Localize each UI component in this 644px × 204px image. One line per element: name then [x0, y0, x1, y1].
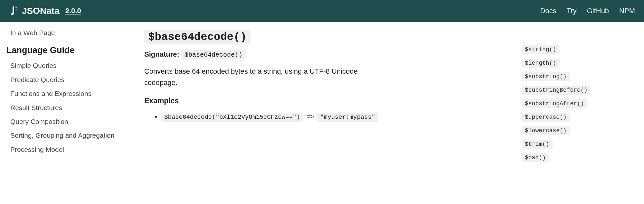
brand-logo[interactable]: JSONata	[9, 5, 60, 17]
sidebar-item[interactable]: Simple Queries	[6, 59, 129, 72]
example-item: $base64decode("bXl1c2VyOm15cGFzcw==") =>…	[161, 111, 499, 122]
main-content: $base64decode() Signature: $base64decode…	[129, 22, 515, 204]
sidebar-item[interactable]: Functions and Expressions	[6, 87, 129, 100]
nav-docs[interactable]: Docs	[540, 7, 556, 15]
sidebar: In a Web Page Language Guide Simple Quer…	[0, 22, 129, 204]
toc-item[interactable]: $pad()	[522, 153, 549, 162]
examples-heading: Examples	[144, 97, 499, 105]
brand-name: JSONata	[22, 6, 60, 16]
toc-item[interactable]: $length()	[522, 59, 559, 68]
toc-item[interactable]: $substring()	[522, 72, 570, 81]
example-call: $base64decode("bXl1c2VyOm15cGFzcw==")	[161, 113, 303, 122]
example-list: $base64decode("bXl1c2VyOm15cGFzcw==") =>…	[144, 111, 499, 122]
toc-item[interactable]: $substringAfter()	[522, 99, 587, 108]
sidebar-item[interactable]: Result Structures	[6, 101, 129, 115]
sidebar-item[interactable]: Predicate Queries	[6, 73, 129, 87]
example-result: "myuser:mypass"	[317, 113, 378, 122]
example-arrow: =>	[305, 113, 315, 120]
signature-label: Signature:	[144, 50, 179, 58]
toc-item[interactable]: $string()	[522, 45, 559, 54]
table-of-contents: $string() $length() $substring() $substr…	[515, 22, 644, 204]
version-link[interactable]: 2.0.0	[65, 7, 81, 15]
sidebar-item[interactable]: Processing Model	[6, 143, 129, 156]
function-title-wrap: $base64decode()	[144, 30, 499, 50]
page-layout: In a Web Page Language Guide Simple Quer…	[0, 22, 644, 204]
nav-npm[interactable]: NPM	[619, 7, 635, 15]
sidebar-item[interactable]: In a Web Page	[6, 26, 129, 40]
signature-line: Signature: $base64decode()	[144, 50, 499, 59]
sidebar-item[interactable]: Sorting, Grouping and Aggregation	[6, 128, 129, 142]
function-description: Converts base 64 encoded bytes to a stri…	[144, 66, 370, 88]
sidebar-heading: Language Guide	[6, 40, 129, 59]
nav-try[interactable]: Try	[567, 7, 577, 15]
toc-item[interactable]: $lowercase()	[522, 126, 570, 135]
svg-point-0	[15, 7, 17, 8]
nav-github[interactable]: GitHub	[587, 7, 609, 15]
toc-item[interactable]: $substringBefore()	[522, 86, 591, 95]
toc-item[interactable]: $uppercase()	[522, 113, 570, 122]
svg-point-1	[15, 9, 17, 11]
toc-item[interactable]: $trim()	[522, 140, 553, 149]
sidebar-item[interactable]: Query Composition	[6, 115, 129, 128]
header-bar: JSONata 2.0.0 Docs Try GitHub NPM	[0, 0, 644, 22]
signature-code: $base64decode()	[181, 50, 246, 60]
header-left: JSONata 2.0.0	[9, 5, 81, 17]
function-title: $base64decode()	[144, 30, 251, 44]
header-nav: Docs Try GitHub NPM	[540, 7, 635, 15]
jsonata-logo-icon	[9, 5, 18, 17]
